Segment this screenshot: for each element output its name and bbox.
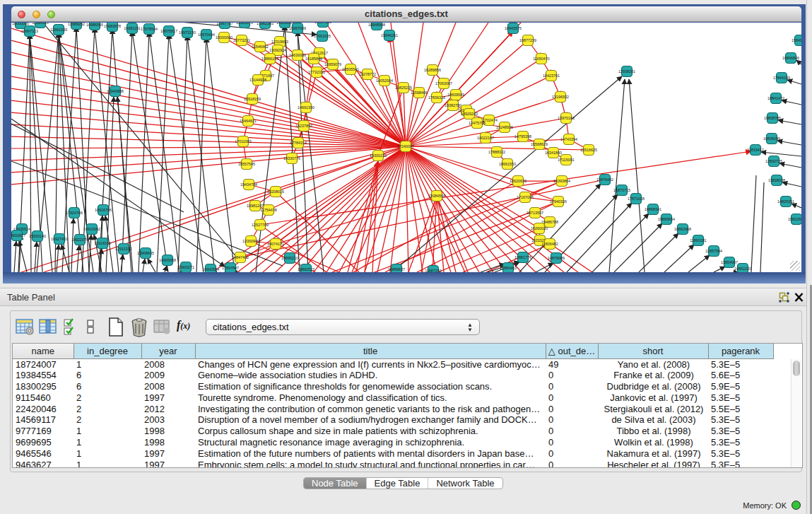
svg-text:10929243: 10929243 bbox=[461, 112, 478, 116]
svg-text:17844159: 17844159 bbox=[773, 76, 790, 80]
svg-text:19382780: 19382780 bbox=[445, 103, 461, 107]
svg-text:15620633: 15620633 bbox=[510, 179, 526, 183]
svg-text:12965070: 12965070 bbox=[236, 23, 253, 25]
svg-text:12475705: 12475705 bbox=[469, 121, 486, 125]
svg-text:17951635: 17951635 bbox=[314, 34, 331, 38]
svg-text:11940888: 11940888 bbox=[107, 89, 124, 93]
svg-text:15849533: 15849533 bbox=[792, 38, 801, 42]
svg-text:16900584: 16900584 bbox=[202, 267, 219, 271]
svg-text:13092924: 13092924 bbox=[269, 48, 286, 52]
svg-text:12884463: 12884463 bbox=[500, 266, 517, 270]
svg-text:10052004: 10052004 bbox=[376, 78, 393, 83]
svg-text:10825235: 10825235 bbox=[395, 86, 412, 90]
svg-text:17784314: 17784314 bbox=[290, 141, 307, 145]
svg-text:10773231: 10773231 bbox=[233, 38, 250, 42]
svg-text:18868341: 18868341 bbox=[645, 207, 661, 211]
svg-text:17240097: 17240097 bbox=[397, 144, 414, 148]
svg-text:16185848: 16185848 bbox=[305, 57, 322, 61]
svg-text:18922079: 18922079 bbox=[71, 238, 88, 242]
svg-text:15903271: 15903271 bbox=[177, 265, 194, 269]
svg-text:18505541: 18505541 bbox=[342, 67, 359, 71]
svg-text:12527709: 12527709 bbox=[252, 223, 269, 227]
svg-text:10877239: 10877239 bbox=[519, 38, 536, 42]
svg-text:13908645: 13908645 bbox=[137, 251, 154, 255]
svg-text:14847402: 14847402 bbox=[232, 255, 249, 259]
svg-text:10916706: 10916706 bbox=[95, 208, 112, 212]
svg-text:19384554: 19384554 bbox=[428, 194, 445, 198]
svg-text:14932827: 14932827 bbox=[11, 233, 25, 238]
svg-text:11806482: 11806482 bbox=[541, 242, 558, 246]
svg-text:13144928: 13144928 bbox=[249, 78, 266, 82]
svg-text:13918159: 13918159 bbox=[244, 97, 261, 101]
svg-text:18948948: 18948948 bbox=[368, 23, 385, 27]
svg-text:16873715: 16873715 bbox=[613, 188, 630, 192]
svg-text:10970444: 10970444 bbox=[198, 33, 215, 37]
svg-text:18841472: 18841472 bbox=[767, 96, 784, 100]
svg-text:13989252: 13989252 bbox=[68, 23, 85, 26]
svg-text:13196932: 13196932 bbox=[552, 95, 569, 99]
svg-text:19892523: 19892523 bbox=[298, 267, 314, 271]
svg-text:19919392: 19919392 bbox=[83, 227, 100, 231]
svg-text:19486788: 19486788 bbox=[541, 220, 558, 224]
svg-text:11650470: 11650470 bbox=[533, 57, 550, 61]
svg-text:11967757: 11967757 bbox=[216, 23, 233, 25]
svg-text:16954322: 16954322 bbox=[314, 23, 331, 24]
svg-text:17167095: 17167095 bbox=[517, 195, 534, 199]
svg-text:11860281: 11860281 bbox=[690, 238, 707, 243]
svg-text:15464621: 15464621 bbox=[240, 119, 257, 123]
svg-text:11833412: 11833412 bbox=[747, 148, 764, 152]
svg-text:18661553: 18661553 bbox=[499, 162, 516, 166]
svg-text:13970163: 13970163 bbox=[558, 116, 575, 120]
svg-text:17836318: 17836318 bbox=[428, 95, 445, 100]
svg-text:14959696: 14959696 bbox=[276, 23, 293, 25]
svg-text:13866155: 13866155 bbox=[261, 57, 278, 61]
svg-text:13248936: 13248936 bbox=[496, 125, 513, 129]
svg-text:11546462: 11546462 bbox=[252, 45, 269, 49]
svg-text:12911332: 12911332 bbox=[115, 247, 132, 251]
svg-text:17871028: 17871028 bbox=[628, 197, 645, 201]
svg-text:13881776: 13881776 bbox=[514, 255, 531, 259]
svg-text:19300233: 19300233 bbox=[370, 153, 387, 158]
svg-text:14022167: 14022167 bbox=[477, 136, 494, 140]
svg-text:15876402: 15876402 bbox=[596, 177, 613, 182]
svg-text:12319693: 12319693 bbox=[271, 40, 288, 44]
svg-text:10208016: 10208016 bbox=[267, 189, 284, 194]
svg-text:10943575: 10943575 bbox=[505, 26, 522, 30]
svg-text:18895210: 18895210 bbox=[281, 256, 298, 260]
svg-text:17011083: 17011083 bbox=[235, 139, 252, 144]
svg-text:10836099: 10836099 bbox=[763, 136, 780, 141]
svg-text:16341860: 16341860 bbox=[545, 151, 562, 155]
svg-text:18609549: 18609549 bbox=[447, 93, 464, 97]
svg-text:19330776: 19330776 bbox=[283, 156, 300, 160]
svg-text:15568629: 15568629 bbox=[531, 142, 548, 146]
svg-text:17924766: 17924766 bbox=[66, 211, 83, 215]
svg-text:18557545: 18557545 bbox=[238, 162, 255, 166]
svg-text:14905958: 14905958 bbox=[159, 258, 176, 262]
svg-text:14743394: 14743394 bbox=[560, 137, 577, 141]
svg-text:12423701: 12423701 bbox=[543, 74, 560, 78]
svg-text:16393864: 16393864 bbox=[553, 179, 570, 183]
svg-text:14825351: 14825351 bbox=[777, 199, 794, 204]
svg-text:18713557: 18713557 bbox=[526, 211, 543, 215]
svg-text:12991939: 12991939 bbox=[50, 28, 67, 32]
svg-text:16927453: 16927453 bbox=[51, 237, 68, 241]
svg-text:14795398: 14795398 bbox=[514, 134, 531, 139]
svg-text:17115091: 17115091 bbox=[558, 158, 575, 162]
svg-text:16846846: 16846846 bbox=[782, 56, 799, 60]
svg-text:15983878: 15983878 bbox=[104, 24, 121, 28]
svg-text:14986565: 14986565 bbox=[86, 23, 103, 27]
svg-text:12857594: 12857594 bbox=[705, 249, 722, 253]
svg-text:10862968: 10862968 bbox=[674, 227, 691, 231]
svg-text:17732310: 17732310 bbox=[308, 70, 325, 74]
svg-text:17063087: 17063087 bbox=[435, 81, 452, 86]
svg-text:14691390: 14691390 bbox=[298, 105, 314, 110]
svg-text:16981191: 16981191 bbox=[124, 26, 141, 30]
svg-text:17940326: 17940326 bbox=[550, 199, 567, 204]
svg-text:14639386: 14639386 bbox=[289, 53, 306, 57]
svg-text:11887150: 11887150 bbox=[425, 269, 442, 272]
svg-text:10260020: 10260020 bbox=[531, 226, 548, 230]
svg-text:13300940: 13300940 bbox=[242, 239, 259, 243]
svg-text:10997313: 10997313 bbox=[21, 29, 38, 33]
svg-text:10000000: 10000000 bbox=[12, 23, 29, 25]
svg-text:13854907: 13854907 bbox=[721, 260, 738, 264]
